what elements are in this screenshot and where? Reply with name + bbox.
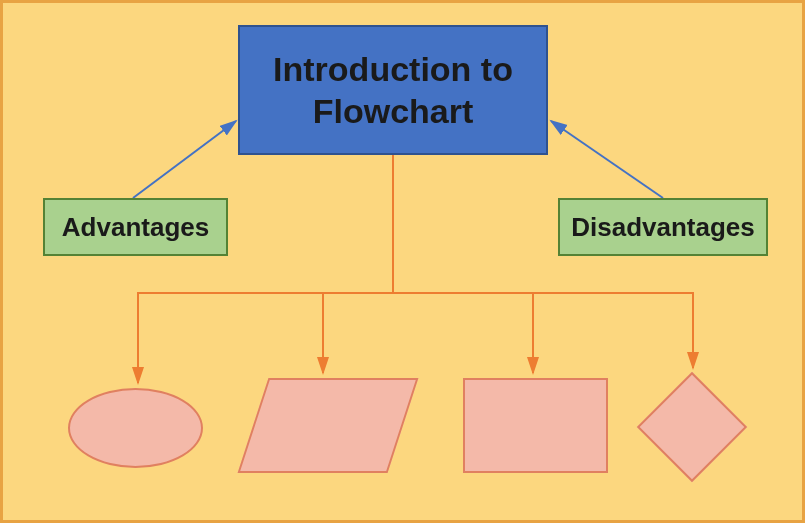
flowchart-shape-parallelogram [238, 378, 419, 473]
title-box: Introduction to Flowchart [238, 25, 548, 155]
advantages-label: Advantages [62, 212, 209, 243]
connector-to-diamond [393, 155, 693, 368]
connector-to-parallelogram [323, 155, 393, 373]
flowchart-shape-rectangle [463, 378, 608, 473]
advantages-box: Advantages [43, 198, 228, 256]
connector-to-rectangle [393, 155, 533, 373]
arrow-disadvantages-to-title [551, 121, 663, 198]
flowchart-shape-ellipse [68, 388, 203, 468]
arrow-advantages-to-title [133, 121, 236, 198]
disadvantages-label: Disadvantages [571, 212, 755, 243]
disadvantages-box: Disadvantages [558, 198, 768, 256]
flowchart-shape-diamond [637, 372, 747, 482]
title-text: Introduction to Flowchart [260, 48, 526, 133]
connector-to-ellipse [138, 155, 393, 383]
